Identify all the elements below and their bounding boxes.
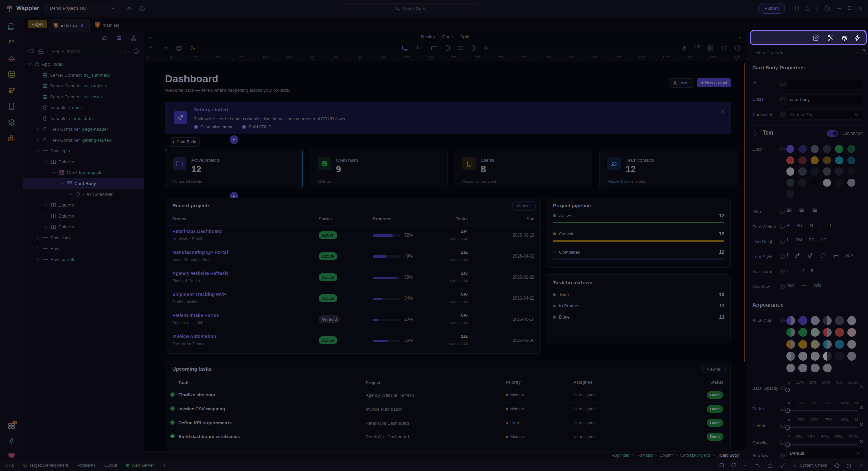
back-color-swatch-27[interactable] [823,364,832,372]
slider-mark-m[interactable]: M [855,418,858,422]
structure-menu-dots-icon[interactable]: ⋯ [125,49,130,54]
filter-properties-input[interactable]: Filter Properties [751,48,849,57]
text-color-swatch-18[interactable] [786,179,794,187]
text-color-swatch-7[interactable] [798,156,807,164]
info-icon[interactable] [780,225,785,229]
back-color-swatch-6[interactable] [786,328,795,337]
info-icon[interactable] [780,82,785,86]
text-color-swatch-12[interactable] [786,167,794,176]
mobile-projects-icon[interactable] [8,102,15,110]
tree-item-server-connect-sc-summary[interactable]: Server Connectsc_summary [23,69,144,80]
problems-tab[interactable]: Problems [77,463,95,468]
back-color-swatch-4[interactable] [835,316,844,325]
text-color-swatch-8[interactable] [811,156,819,164]
responsive-resize-icon[interactable] [483,46,488,51]
task-row-invoice-csv-mapping[interactable]: Invoice CSV mappingInvoice AutomationMed… [165,402,730,416]
device-laptop-icon[interactable] [416,46,423,50]
ai-assistant-icon[interactable] [101,35,107,41]
tree-item-row-lists[interactable]: Rowlists [23,232,144,243]
transform-option-tt[interactable]: tt [811,267,813,273]
actions-bolt-icon[interactable] [682,45,686,51]
web-server-status[interactable]: Web Server [126,463,154,468]
view-all-projects-button[interactable]: View all [512,201,536,211]
tree-chevron-icon[interactable] [28,62,32,66]
tree-item-column[interactable]: Column [23,156,144,167]
slider-mark-50[interactable]: 50% [822,380,830,384]
line-height-option-lg[interactable]: LG [821,238,827,242]
kpi-card-clients[interactable]: Clients8Accounts managed [455,149,592,188]
breadcrumb-column[interactable]: Column [659,453,673,458]
project-row-manufacturing-qa-portal[interactable]: Manufacturing QA PortalAcme Manufacturin… [165,246,540,267]
slider-mark-75[interactable]: 75% [835,435,843,439]
find-elements-input[interactable]: Find Elements [47,46,121,56]
slider-mark-75[interactable]: 75% [825,401,832,405]
breadcrumb-card-body[interactable]: Card Body [717,453,741,458]
text-color-swatch-21[interactable] [823,179,831,187]
project-name-link[interactable]: Manufacturing QA Portal [172,250,228,255]
target-selector[interactable]: Target: Development [23,463,68,468]
redo-icon[interactable] [162,46,168,50]
tree-chevron-icon[interactable] [36,258,40,261]
back-color-swatch-12[interactable] [786,340,795,349]
back-color-swatch-14[interactable] [811,340,820,349]
task-row-build-dashboard-wireframes[interactable]: Build dashboard wireframesRetail Ops Das… [165,430,730,444]
workflows-icon[interactable] [7,39,16,47]
server-connect-icon[interactable] [7,86,16,95]
back-color-swatch-1[interactable] [798,316,807,325]
slider-mark-m[interactable]: M [855,401,858,405]
back-color-swatch-10[interactable] [835,328,844,337]
slider-mark-0[interactable]: 0% [796,435,802,439]
slider-mark-100[interactable]: 100% [839,418,849,422]
tree-item-card-kpi-projects[interactable]: Cardkpi-projects [23,167,144,178]
info-icon[interactable] [780,210,785,214]
back-color-swatch-7[interactable] [798,328,807,337]
system-check-status[interactable]: System Check [793,463,827,468]
device-desktop-icon[interactable] [402,46,408,51]
docker-manager-icon[interactable] [7,134,16,142]
properties-menu-dots-icon[interactable]: ⋯ [854,50,859,55]
breadcrumb-app-index[interactable]: App index [612,453,630,458]
info-icon[interactable] [780,254,785,259]
mode-tab-split[interactable]: Split [460,34,469,39]
text-color-swatch-23[interactable] [847,179,855,187]
tree-item-column[interactable]: Column [23,200,144,210]
text-color-swatch-0[interactable] [786,145,794,153]
tree-chevron-icon[interactable] [44,160,48,163]
font-weight-option-l[interactable]: L+ [830,223,835,228]
shadow-select[interactable]: Default [786,448,864,458]
dark-mode-moon-icon[interactable] [190,45,196,51]
info-icon[interactable] [780,386,785,390]
info-icon[interactable] [780,318,785,323]
info-icon[interactable] [780,424,785,428]
tree-item-card-body[interactable]: Card Body [23,178,144,189]
clear-height-icon[interactable] [860,423,863,426]
tree-item-column[interactable]: Column [23,210,144,221]
slider-mark-75[interactable]: 75% [835,380,843,384]
lasso-icon[interactable] [820,253,826,258]
device-phone-landscape-icon[interactable] [458,46,463,50]
back-color-swatch-5[interactable] [847,316,856,325]
project-name-link[interactable]: Invoice Automation [172,334,216,339]
info-icon[interactable] [780,240,785,244]
back-color-swatch-20[interactable] [811,352,820,361]
slider-mark-75[interactable]: 75% [825,418,832,422]
back-color-swatch-26[interactable] [811,364,820,372]
slider-mark-100[interactable]: 100% [839,401,849,405]
kebab-menu-icon[interactable] [816,6,818,11]
project-row-agency-website-refresh[interactable]: Agency Website RefreshBluebird StudioAct… [165,267,540,288]
font-style-na-option[interactable]: N/A [846,253,853,258]
output-tab[interactable]: Output [104,463,117,468]
edit-properties-icon[interactable] [813,35,820,41]
text-color-swatch-9[interactable] [823,156,831,164]
back-color-swatch-16[interactable] [835,340,844,349]
slider-mark-100[interactable]: 100% [848,380,858,384]
back-color-swatch-15[interactable] [823,340,832,349]
text-color-swatch-10[interactable] [835,156,843,164]
project-selector[interactable]: Demo Projects HQ [45,3,119,14]
mode-tab-code[interactable]: Code [442,34,453,39]
clear-width-icon[interactable] [860,406,863,409]
slider-mark-d[interactable]: D [788,380,790,384]
slider-mark-50[interactable]: 50% [811,401,818,405]
dom-tree-icon[interactable] [131,35,136,41]
tree-chevron-icon[interactable] [36,149,40,152]
